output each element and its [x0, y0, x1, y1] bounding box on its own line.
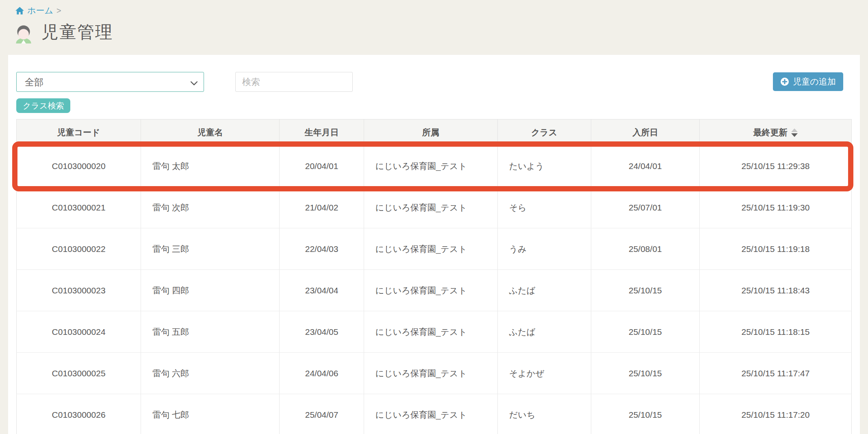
breadcrumb-home-link[interactable]: ホーム	[15, 5, 53, 16]
column-header-birthdate[interactable]: 生年月日	[280, 119, 364, 145]
cell-child-name: 雷句 太郎	[141, 145, 280, 187]
cell-birthdate: 21/04/02	[280, 187, 364, 228]
class-filter-wrap: 全部	[16, 72, 204, 92]
cell-class: そら	[497, 187, 591, 228]
cell-affiliation: にじいろ保育園_テスト	[364, 228, 497, 270]
column-header-label: 所属	[422, 128, 439, 137]
table-row[interactable]: C0103000020雷句 太郎20/04/01にじいろ保育園_テストたいよう2…	[17, 145, 852, 187]
cell-affiliation: にじいろ保育園_テスト	[364, 187, 497, 228]
table-row[interactable]: C0103000022雷句 三郎22/04/03にじいろ保育園_テストうみ25/…	[17, 228, 852, 270]
cell-birthdate: 23/04/05	[280, 311, 364, 353]
cell-child-code: C0103000023	[17, 270, 141, 311]
page-header: 児童管理	[12, 20, 868, 45]
cell-child-name: 雷句 四郎	[141, 270, 280, 311]
column-header-label: 生年月日	[305, 128, 339, 137]
toolbar: 全部 児童の追加	[16, 72, 852, 92]
cell-admission-date: 25/07/01	[591, 187, 699, 228]
cell-child-code: C0103000024	[17, 311, 141, 353]
table-row[interactable]: C0103000026雷句 七郎25/04/07にじいろ保育園_テストだいち25…	[17, 394, 852, 434]
cell-admission-date: 25/10/15	[591, 394, 699, 434]
cell-last-updated: 25/10/15 11:19:18	[699, 228, 851, 270]
table-header-row: 児童コード児童名生年月日所属クラス入所日最終更新	[17, 119, 852, 145]
children-table: 児童コード児童名生年月日所属クラス入所日最終更新 C0103000020雷句 太…	[16, 119, 852, 434]
table-body: C0103000020雷句 太郎20/04/01にじいろ保育園_テストたいよう2…	[17, 145, 852, 434]
breadcrumb-home-label: ホーム	[27, 5, 53, 16]
cell-child-code: C0103000025	[17, 353, 141, 394]
cell-admission-date: 25/08/01	[591, 228, 699, 270]
page: { "breadcrumb": { "home_label": "ホーム", "…	[0, 0, 868, 434]
table-row[interactable]: C0103000024雷句 五郎23/04/05にじいろ保育園_テストふたば25…	[17, 311, 852, 353]
plus-circle-icon	[780, 77, 789, 86]
cell-admission-date: 24/04/01	[591, 145, 699, 187]
content-panel: 全部 児童の追加 クラス検索	[8, 55, 860, 434]
column-header-child-code[interactable]: 児童コード	[17, 119, 141, 145]
home-icon	[15, 7, 24, 15]
cell-child-code: C0103000021	[17, 187, 141, 228]
cell-class: ふたば	[497, 270, 591, 311]
cell-affiliation: にじいろ保育園_テスト	[364, 270, 497, 311]
search-input[interactable]	[235, 72, 353, 92]
cell-class: そよかぜ	[497, 353, 591, 394]
column-header-child-name[interactable]: 児童名	[141, 119, 280, 145]
column-header-class[interactable]: クラス	[497, 119, 591, 145]
cell-child-name: 雷句 六郎	[141, 353, 280, 394]
cell-child-name: 雷句 七郎	[141, 394, 280, 434]
column-header-last-updated[interactable]: 最終更新	[699, 119, 851, 145]
cell-affiliation: にじいろ保育園_テスト	[364, 353, 497, 394]
cell-birthdate: 25/04/07	[280, 394, 364, 434]
cell-class: うみ	[497, 228, 591, 270]
cell-last-updated: 25/10/15 11:29:38	[699, 145, 851, 187]
table-row[interactable]: C0103000025雷句 六郎24/04/06にじいろ保育園_テストそよかぜ2…	[17, 353, 852, 394]
column-header-label: 児童コード	[57, 128, 100, 137]
cell-affiliation: にじいろ保育園_テスト	[364, 394, 497, 434]
add-child-button[interactable]: 児童の追加	[773, 72, 843, 91]
add-child-button-label: 児童の追加	[793, 76, 836, 87]
cell-class: ふたば	[497, 311, 591, 353]
cell-birthdate: 20/04/01	[280, 145, 364, 187]
cell-last-updated: 25/10/15 11:18:43	[699, 270, 851, 311]
cell-last-updated: 25/10/15 11:17:47	[699, 353, 851, 394]
cell-class: だいち	[497, 394, 591, 434]
cell-child-code: C0103000022	[17, 228, 141, 270]
cell-admission-date: 25/10/15	[591, 311, 699, 353]
cell-admission-date: 25/10/15	[591, 353, 699, 394]
column-header-label: 最終更新	[753, 128, 787, 137]
sort-arrows-icon	[791, 128, 798, 137]
child-avatar-icon	[12, 21, 35, 43]
cell-admission-date: 25/10/15	[591, 270, 699, 311]
cell-last-updated: 25/10/15 11:17:20	[699, 394, 851, 434]
class-search-badge[interactable]: クラス検索	[16, 98, 70, 113]
cell-birthdate: 24/04/06	[280, 353, 364, 394]
cell-last-updated: 25/10/15 11:18:15	[699, 311, 851, 353]
table-row[interactable]: C0103000021雷句 次郎21/04/02にじいろ保育園_テストそら25/…	[17, 187, 852, 228]
breadcrumb: ホーム >	[0, 0, 868, 16]
cell-child-code: C0103000020	[17, 145, 141, 187]
cell-affiliation: にじいろ保育園_テスト	[364, 311, 497, 353]
column-header-label: 入所日	[632, 128, 658, 137]
cell-child-code: C0103000026	[17, 394, 141, 434]
cell-child-name: 雷句 三郎	[141, 228, 280, 270]
cell-birthdate: 23/04/04	[280, 270, 364, 311]
cell-birthdate: 22/04/03	[280, 228, 364, 270]
table-row[interactable]: C0103000023雷句 四郎23/04/04にじいろ保育園_テストふたば25…	[17, 270, 852, 311]
column-header-label: クラス	[531, 128, 557, 137]
column-header-affiliation[interactable]: 所属	[364, 119, 497, 145]
cell-affiliation: にじいろ保育園_テスト	[364, 145, 497, 187]
cell-child-name: 雷句 次郎	[141, 187, 280, 228]
breadcrumb-separator: >	[56, 6, 61, 15]
column-header-label: 児童名	[197, 128, 223, 137]
cell-last-updated: 25/10/15 11:19:30	[699, 187, 851, 228]
cell-child-name: 雷句 五郎	[141, 311, 280, 353]
cell-class: たいよう	[497, 145, 591, 187]
column-header-admission-date[interactable]: 入所日	[591, 119, 699, 145]
class-filter-select[interactable]: 全部	[16, 72, 204, 92]
page-title: 児童管理	[41, 21, 113, 43]
